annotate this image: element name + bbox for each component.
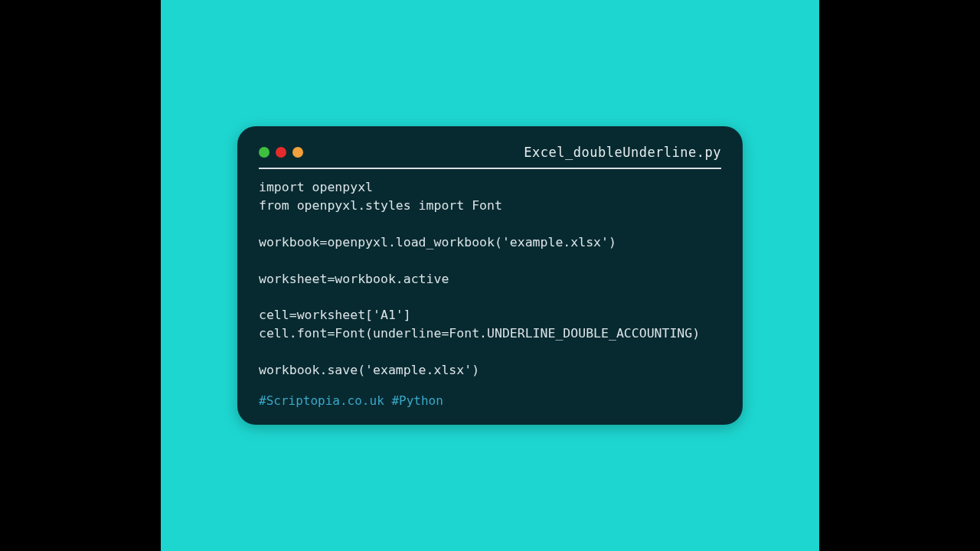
code-block: import openpyxl from openpyxl.styles imp… [259,178,721,380]
stage-background: Excel_doubleUnderline.py import openpyxl… [161,0,819,551]
minimize-dot-icon [276,147,286,158]
zoom-dot-icon [292,147,303,158]
window-titlebar: Excel_doubleUnderline.py [259,145,721,169]
code-window: Excel_doubleUnderline.py import openpyxl… [237,126,743,425]
traffic-light-dots [259,147,303,158]
footer-hashtags: #Scriptopia.co.uk #Python [259,393,721,408]
close-dot-icon [259,147,270,158]
window-filename: Excel_doubleUnderline.py [524,145,721,160]
